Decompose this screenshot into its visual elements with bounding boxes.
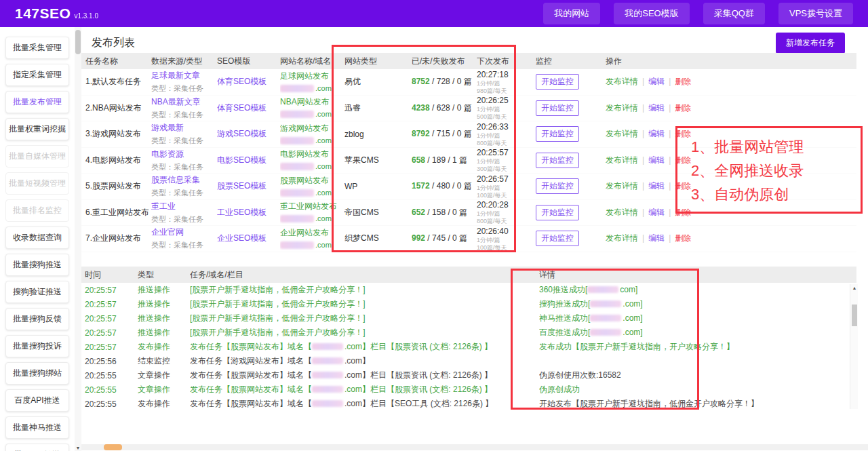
edit-link[interactable]: 编辑 — [648, 103, 665, 113]
delete-link[interactable]: 删除 — [675, 181, 691, 191]
sidebar-item[interactable]: 批量采集管理 — [5, 37, 69, 59]
next-publish-time: 20:26:57 — [477, 174, 532, 184]
sidebar-item[interactable]: 搜狗验证推送 — [5, 281, 69, 303]
data-source-link[interactable]: 股票信息采集 — [151, 175, 200, 184]
log-type: 文章操作 — [138, 384, 190, 395]
edit-link[interactable]: 编辑 — [648, 208, 665, 217]
data-source-link[interactable]: NBA最新文章 — [151, 97, 201, 106]
delete-link[interactable]: 删除 — [675, 233, 691, 243]
sidebar-scrollbar-thumb[interactable] — [75, 30, 81, 54]
publish-detail-link[interactable]: 发布详情 — [606, 77, 638, 86]
start-monitor-button[interactable]: 开始监控 — [536, 100, 579, 116]
publish-counts: 652 / 158 / 0 篇 — [412, 207, 477, 218]
edit-link[interactable]: 编辑 — [648, 233, 665, 243]
sidebar-item[interactable]: 批量360推送 — [5, 444, 69, 451]
delete-link[interactable]: 删除 — [675, 129, 691, 138]
sidebar-item[interactable]: 批量神马推送 — [5, 416, 69, 439]
log-scrollbar-thumb[interactable] — [852, 305, 857, 326]
log-table-body: 20:25:57推送操作[股票开户新手避坑指南，低佣金开户攻略分享！]360推送… — [81, 283, 856, 411]
edit-link[interactable]: 编辑 — [648, 155, 665, 165]
sidebar-item[interactable]: 指定采集管理 — [5, 64, 69, 86]
seo-template-link[interactable]: 工业SEO模板 — [217, 208, 267, 217]
header-nav-item[interactable]: 我的SEO模版 — [614, 3, 689, 24]
published-count: 992 — [412, 233, 425, 243]
publish-daily-limit: 980篇/每天 — [477, 87, 532, 94]
sidebar-item[interactable]: 批量搜狗推送 — [5, 254, 69, 276]
sidebar-item[interactable]: 批量权重词挖掘 — [5, 118, 69, 140]
publish-rate: 1分钟/篇 — [477, 158, 532, 165]
publish-detail-link[interactable]: 发布详情 — [606, 181, 638, 191]
delete-link[interactable]: 删除 — [675, 77, 691, 86]
log-task: 发布任务【股票网站发布】域名【.com】栏目【股票资讯 (文档: 2126条) … — [190, 341, 539, 353]
horizontal-scrollbar-thumb[interactable] — [104, 444, 122, 450]
task-name: 2.NBA网站发布 — [85, 102, 151, 114]
delete-link[interactable]: 删除 — [675, 155, 691, 165]
blurred-domain — [590, 315, 621, 321]
start-monitor-button[interactable]: 开始监控 — [536, 74, 579, 90]
publish-daily-limit: 500篇/每天 — [477, 113, 532, 120]
publish-detail-link[interactable]: 发布详情 — [606, 103, 638, 113]
edit-link[interactable]: 编辑 — [648, 181, 665, 191]
seo-template-link[interactable]: 股票SEO模板 — [217, 181, 267, 191]
header-nav-item[interactable]: 采集QQ群 — [703, 3, 765, 24]
data-source-link[interactable]: 电影资源 — [151, 149, 184, 159]
sidebar-item[interactable]: 收录数据查询 — [5, 227, 69, 249]
log-task: [股票开户新手避坑指南，低佣金开户攻略分享！] — [190, 284, 539, 296]
scroll-up-icon[interactable]: ▲ — [850, 286, 859, 290]
publish-rate: 1分钟/篇 — [477, 132, 532, 139]
blurred-domain — [312, 372, 343, 378]
data-source-type: 类型：采集任务 — [151, 162, 213, 172]
sidebar-item[interactable]: 批量搜狗投诉 — [5, 335, 69, 357]
new-publish-task-button[interactable]: 新增发布任务 — [776, 33, 845, 54]
edit-link[interactable]: 编辑 — [648, 129, 665, 138]
start-monitor-button[interactable]: 开始监控 — [536, 153, 579, 168]
next-publish-cell: 20:26:331分钟/篇800篇/每天 — [477, 122, 536, 146]
next-publish-cell: 20:26:401分钟/篇100篇/每天 — [477, 227, 536, 251]
seo-template-link[interactable]: 体育SEO模板 — [217, 103, 267, 113]
site-cell: 企业网站发布.com — [280, 227, 344, 250]
sidebar-item: 批量排名监控 — [5, 199, 69, 222]
sidebar: 批量采集管理指定采集管理批量发布管理批量权重词挖掘批量自媒体管理批量短视频管理批… — [0, 27, 75, 451]
sidebar-item[interactable]: 批量搜狗绑站 — [5, 362, 69, 385]
data-source-link[interactable]: 企业官网 — [151, 227, 184, 237]
data-source-cell: 股票信息采集类型：采集任务 — [151, 174, 217, 198]
publish-rate: 1分钟/篇 — [477, 106, 532, 113]
publish-detail-link[interactable]: 发布详情 — [606, 208, 638, 217]
seo-template-link[interactable]: 游戏SEO模板 — [217, 129, 267, 138]
seo-template-cell: 工业SEO模板 — [217, 207, 280, 218]
sidebar-item[interactable]: 批量搜狗反馈 — [5, 308, 69, 330]
app-header: 147SEO v1.3.1.0 我的网站我的SEO模版采集QQ群VPS拨号设置 — [0, 0, 868, 27]
sidebar-item[interactable]: 百度API推送 — [5, 389, 69, 412]
data-source-link[interactable]: 足球最新文章 — [151, 71, 200, 80]
scroll-down-icon[interactable]: ▼ — [75, 446, 81, 450]
start-monitor-button[interactable]: 开始监控 — [536, 231, 579, 246]
delete-link[interactable]: 删除 — [675, 208, 691, 217]
action-separator: | — [642, 77, 644, 86]
start-monitor-button[interactable]: 开始监控 — [536, 205, 579, 220]
publish-rate: 1分钟/篇 — [477, 237, 532, 243]
start-monitor-button[interactable]: 开始监控 — [536, 178, 579, 194]
publish-detail-link[interactable]: 发布详情 — [606, 129, 638, 138]
seo-template-link[interactable]: 企业SEO模板 — [217, 233, 267, 243]
edit-link[interactable]: 编辑 — [648, 77, 665, 86]
header-nav-item[interactable]: 我的网站 — [543, 3, 600, 24]
sidebar-item[interactable]: 批量发布管理 — [5, 91, 69, 113]
publish-table-row: 6.重工业网站发布重工业类型：采集任务工业SEO模板重工业网站发布.com帝国C… — [81, 200, 856, 227]
delete-link[interactable]: 删除 — [675, 103, 691, 113]
log-scrollbar[interactable]: ▲ — [850, 284, 858, 409]
horizontal-scrollbar[interactable] — [81, 444, 868, 450]
data-source-type: 类型：采集任务 — [151, 110, 213, 120]
start-monitor-button[interactable]: 开始监控 — [536, 126, 579, 142]
data-source-link[interactable]: 重工业 — [151, 201, 176, 211]
log-type: 文章操作 — [138, 370, 190, 381]
publish-detail-link[interactable]: 发布详情 — [606, 233, 638, 243]
seo-template-link[interactable]: 电影SEO模板 — [217, 155, 267, 165]
actions-cell: 发布详情|编辑|删除 — [606, 233, 856, 244]
sidebar-scrollbar[interactable]: ▼ — [75, 27, 81, 451]
publish-detail-link[interactable]: 发布详情 — [606, 155, 638, 165]
published-count: 1572 — [412, 181, 430, 191]
data-source-link[interactable]: 游戏最新 — [151, 123, 184, 132]
seo-template-link[interactable]: 体育SEO模板 — [217, 77, 267, 86]
site-domain: .com — [280, 84, 340, 94]
header-nav-item[interactable]: VPS拨号设置 — [778, 3, 853, 24]
